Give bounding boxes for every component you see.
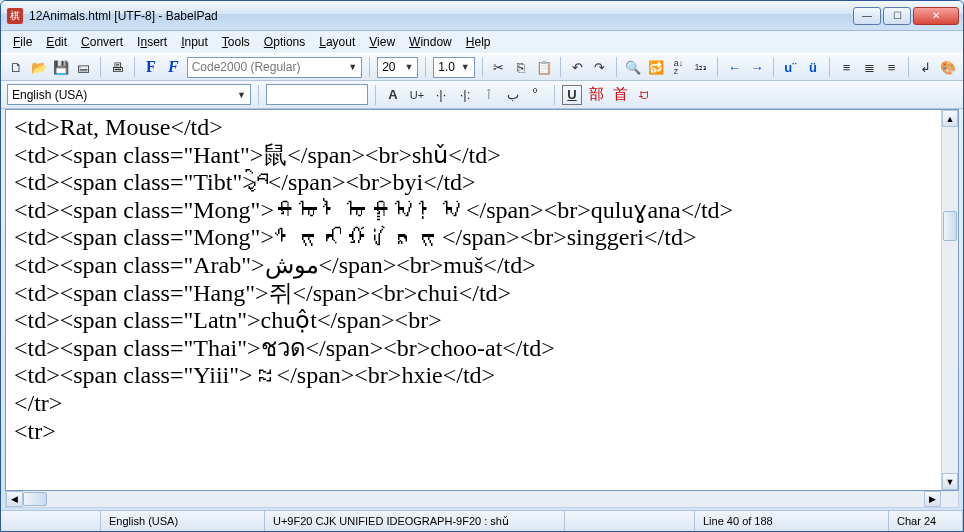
wrap-icon[interactable]: ↲ xyxy=(916,57,935,77)
open-icon[interactable]: 📂 xyxy=(30,57,49,77)
separator xyxy=(773,57,774,77)
menu-insert[interactable]: Insert xyxy=(131,33,173,51)
menu-help[interactable]: Help xyxy=(460,33,497,51)
separator xyxy=(717,57,718,77)
app-window: 棋 12Animals.html [UTF-8] - BabelPad — ☐ … xyxy=(0,0,964,532)
glyph-bidi2-button[interactable]: ·|: xyxy=(455,85,475,105)
goto-next-icon[interactable]: → xyxy=(748,57,767,77)
print-icon[interactable]: 🖶 xyxy=(108,57,127,77)
menu-input[interactable]: Input xyxy=(175,33,214,51)
menu-options[interactable]: Options xyxy=(258,33,311,51)
glyph-arab1-button[interactable]: ﭐ xyxy=(479,85,499,105)
separator xyxy=(908,57,909,77)
copy-icon[interactable]: ⎘ xyxy=(512,57,531,77)
font-size-select[interactable]: 20▼ xyxy=(377,57,418,78)
editor-container: <td>Rat, Mouse</td> <td><span class="Han… xyxy=(5,109,959,491)
scroll-right-icon[interactable]: ▶ xyxy=(924,491,941,507)
glyph-cjk2-button[interactable]: 首 xyxy=(610,85,630,105)
font-simple-button[interactable]: F xyxy=(142,57,161,77)
align-left-icon[interactable]: ≡ xyxy=(837,57,856,77)
save-icon[interactable]: 💾 xyxy=(52,57,71,77)
new-icon[interactable]: 🗋 xyxy=(7,57,26,77)
toolbar-main: 🗋 📂 💾 🖴 🖶 F F Code2000 (Regular)▼ 20▼ 1.… xyxy=(1,53,963,81)
separator xyxy=(425,57,426,77)
glyph-bidi1-button[interactable]: ·|· xyxy=(431,85,451,105)
glyph-hang-button[interactable]: ᄋ xyxy=(527,85,547,105)
align-right-icon[interactable]: ≡ xyxy=(882,57,901,77)
status-spacer xyxy=(565,511,695,531)
menu-layout[interactable]: Layout xyxy=(313,33,361,51)
replace-icon[interactable]: 🔂 xyxy=(647,57,666,77)
input-box[interactable] xyxy=(266,84,368,105)
toolbar-secondary: English (USA)▼ A U+ ·|· ·|: ﭐ ب ᄋ U 部 首 … xyxy=(1,81,963,109)
undo-icon[interactable]: ↶ xyxy=(568,57,587,77)
separator xyxy=(560,57,561,77)
glyph-ucomb-button[interactable]: U+ xyxy=(407,85,427,105)
glyph-u-button[interactable]: U xyxy=(562,85,582,105)
glyph-arab2-button[interactable]: ب xyxy=(503,85,523,105)
scroll-down-icon[interactable]: ▼ xyxy=(942,473,958,490)
status-char: Char 24 xyxy=(889,511,963,531)
scroll-corner xyxy=(941,491,958,507)
menubar: File Edit Convert Insert Input Tools Opt… xyxy=(1,31,963,53)
hscroll-track[interactable] xyxy=(23,491,924,507)
palette-icon[interactable]: 🎨 xyxy=(938,57,957,77)
separator xyxy=(134,57,135,77)
scroll-left-icon[interactable]: ◀ xyxy=(6,491,23,507)
menu-tools[interactable]: Tools xyxy=(216,33,256,51)
separator xyxy=(554,85,555,105)
status-language: English (USA) xyxy=(101,511,265,531)
glyph-yi-button[interactable]: ꀀ xyxy=(634,85,654,105)
close-button[interactable]: ✕ xyxy=(913,7,959,25)
minimize-button[interactable]: — xyxy=(853,7,881,25)
find-icon[interactable]: 🔍 xyxy=(624,57,643,77)
separator xyxy=(100,57,101,77)
window-title: 12Animals.html [UTF-8] - BabelPad xyxy=(29,9,853,23)
goto-prev-icon[interactable]: ← xyxy=(725,57,744,77)
decompose-button[interactable]: u¨ xyxy=(781,57,800,77)
status-empty xyxy=(1,511,101,531)
vscroll-track[interactable] xyxy=(942,127,958,473)
scroll-up-icon[interactable]: ▲ xyxy=(942,110,958,127)
vertical-scrollbar[interactable]: ▲ ▼ xyxy=(941,110,958,490)
language-select[interactable]: English (USA)▼ xyxy=(7,84,251,105)
maximize-button[interactable]: ☐ xyxy=(883,7,911,25)
sort-az-icon[interactable]: a↓z xyxy=(669,57,688,77)
cut-icon[interactable]: ✂ xyxy=(490,57,509,77)
sort-123-icon[interactable]: 1₂₃ xyxy=(692,57,711,77)
glyph-cjk1-button[interactable]: 部 xyxy=(586,85,606,105)
compose-button[interactable]: ü xyxy=(804,57,823,77)
menu-edit[interactable]: Edit xyxy=(40,33,73,51)
separator xyxy=(829,57,830,77)
menu-window[interactable]: Window xyxy=(403,33,458,51)
separator xyxy=(375,85,376,105)
hscroll-thumb[interactable] xyxy=(23,492,47,506)
status-unicode: U+9F20 CJK UNIFIED IDEOGRAPH-9F20 : shǔ xyxy=(265,511,565,531)
separator xyxy=(258,85,259,105)
titlebar[interactable]: 棋 12Animals.html [UTF-8] - BabelPad — ☐ … xyxy=(1,1,963,31)
statusbar: English (USA) U+9F20 CJK UNIFIED IDEOGRA… xyxy=(1,510,963,531)
font-select[interactable]: Code2000 (Regular)▼ xyxy=(187,57,363,78)
menu-convert[interactable]: Convert xyxy=(75,33,129,51)
separator xyxy=(616,57,617,77)
text-editor[interactable]: <td>Rat, Mouse</td> <td><span class="Han… xyxy=(6,110,941,490)
save-all-icon[interactable]: 🖴 xyxy=(75,57,94,77)
window-buttons: — ☐ ✕ xyxy=(853,7,959,25)
menu-file[interactable]: File xyxy=(7,33,38,51)
separator xyxy=(482,57,483,77)
redo-icon[interactable]: ↷ xyxy=(591,57,610,77)
font-complex-button[interactable]: F xyxy=(164,57,183,77)
vscroll-thumb[interactable] xyxy=(943,211,957,241)
menu-view[interactable]: View xyxy=(363,33,401,51)
glyph-a-button[interactable]: A xyxy=(383,85,403,105)
status-line: Line 40 of 188 xyxy=(695,511,889,531)
paste-icon[interactable]: 📋 xyxy=(535,57,554,77)
app-icon: 棋 xyxy=(7,8,23,24)
zoom-select[interactable]: 1.0▼ xyxy=(433,57,474,78)
horizontal-scrollbar[interactable]: ◀ ▶ xyxy=(5,491,959,508)
separator xyxy=(369,57,370,77)
align-center-icon[interactable]: ≣ xyxy=(860,57,879,77)
